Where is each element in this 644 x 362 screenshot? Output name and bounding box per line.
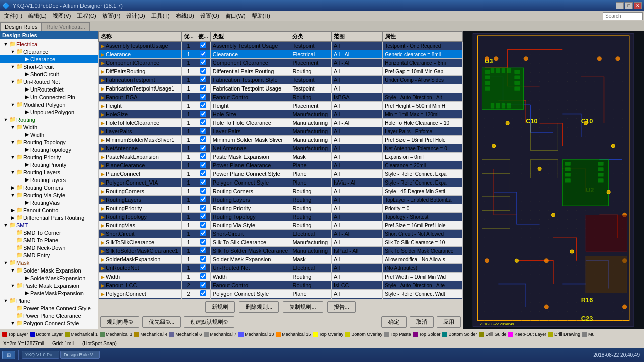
toggle-routing[interactable]: ▼: [2, 117, 9, 122]
tree-node-paste-mask[interactable]: ▼ 📁 Paste Mask Expansion: [0, 282, 98, 289]
tree-node-diff-pairs[interactable]: ▶ 📁 Differential Pairs Routing: [0, 214, 98, 221]
cell-enabled[interactable]: [196, 273, 210, 281]
table-row[interactable]: ▶AssemblyTestpointUsage 1 Assembly Testp…: [99, 42, 463, 50]
table-row[interactable]: ▶RoutingTopology 1 Routing Topology Rout…: [99, 213, 463, 221]
table-row[interactable]: ▶Width 1 Width Routing All Pref Width = …: [99, 273, 463, 281]
toggle-fanout[interactable]: ▶: [9, 208, 16, 213]
toggle-modpoly[interactable]: ▼: [9, 102, 16, 107]
tree-node-routing[interactable]: ▼ 📁 Routing: [0, 116, 98, 123]
layer-mech7[interactable]: Mechanical 7: [204, 332, 236, 337]
toggle-short[interactable]: ▼: [9, 64, 16, 69]
tree-node-unrouted[interactable]: ▼ 📁 Un-Routed Net: [0, 78, 98, 85]
toggle-rlayers[interactable]: ▼: [9, 170, 16, 175]
cell-enabled[interactable]: [196, 110, 210, 119]
cell-enabled[interactable]: [196, 264, 210, 273]
toggle-rtopo[interactable]: ▼: [9, 140, 16, 145]
table-row[interactable]: ▶PolygonConnect_VIA 1 Polygon Connect St…: [99, 178, 463, 187]
toggle-polyconnect[interactable]: ▼: [9, 321, 16, 326]
table-row[interactable]: ▶Height 1 Height Placement All Pref Heig…: [99, 102, 463, 110]
tree-node-unconnected[interactable]: ▶ Un-Connected Pin: [0, 93, 98, 101]
table-row[interactable]: ▶Clearance 1 Clearance Electrical All - …: [99, 50, 463, 59]
layer-mech6[interactable]: Mechanical 6: [169, 332, 202, 337]
tree-node-routing-topology-rule[interactable]: ▶ RoutingTopology: [0, 146, 98, 153]
tree-node-smd-neck[interactable]: 📁 SMD Neck-Down: [0, 244, 98, 251]
enabled-checkbox[interactable]: [200, 205, 206, 211]
tree-node-width[interactable]: ▼ 📁 Width: [0, 123, 98, 131]
app-maximize-btn[interactable]: □: [625, 2, 633, 9]
cell-enabled[interactable]: [196, 50, 210, 59]
priority-btn[interactable]: 优先级©...: [142, 316, 181, 328]
tree-node-fanout-control[interactable]: ▶ 📁 Fanout Control: [0, 206, 98, 214]
cell-enabled[interactable]: [196, 136, 210, 144]
cell-enabled[interactable]: [196, 93, 210, 102]
tree-node-routing-layers-rule[interactable]: ▶ RoutingLayers: [0, 176, 98, 184]
tree-node-clearance-rule[interactable]: ▶ Clearance: [0, 55, 98, 63]
tree-node-short-rule[interactable]: ▶ ShortCircuit: [0, 70, 98, 78]
enabled-checkbox[interactable]: [200, 136, 206, 142]
enabled-checkbox[interactable]: [200, 59, 206, 65]
enabled-checkbox[interactable]: [200, 170, 206, 176]
enabled-checkbox[interactable]: [200, 111, 206, 117]
layer-mech13[interactable]: Mechanical 13: [238, 332, 274, 337]
layer-drill-drawing[interactable]: Drill Drawing: [548, 332, 580, 337]
tree-node-modified-polygon[interactable]: ▼ 📁 Modified Polygon: [0, 101, 98, 108]
cell-enabled[interactable]: [196, 153, 210, 161]
enabled-checkbox[interactable]: [200, 102, 206, 108]
taskbar-app2[interactable]: Design Rule V...: [60, 351, 100, 359]
toggle-rcorners[interactable]: ▶: [9, 185, 16, 190]
toggle-smt[interactable]: ▼: [2, 223, 9, 228]
enabled-checkbox[interactable]: [200, 264, 206, 270]
tree-node-pastemask-rule[interactable]: ▶ PasteMaskExpansion: [0, 289, 98, 297]
enabled-checkbox[interactable]: [200, 76, 206, 82]
enabled-checkbox[interactable]: [200, 145, 206, 151]
report-btn[interactable]: 报告...: [327, 301, 356, 313]
tree-node-routing-layers[interactable]: ▼ 📁 Routing Layers: [0, 168, 98, 176]
tree-node-smd-plane[interactable]: 📁 SMD To Plane: [0, 236, 98, 244]
table-row[interactable]: ▶ShortCircuit 1 Short-Circuit Electrical…: [99, 230, 463, 238]
cell-enabled[interactable]: [196, 161, 210, 170]
enabled-checkbox[interactable]: [200, 94, 206, 100]
table-row[interactable]: ▶SolderMaskExpansion 1 Solder Mask Expan…: [99, 255, 463, 264]
table-row[interactable]: ▶NetAntennae 1 Net Antennae Manufacturin…: [99, 144, 463, 153]
toggle-plane[interactable]: ▼: [2, 298, 9, 303]
table-row[interactable]: ▶RoutingLayers 1 Routing Layers Routing …: [99, 196, 463, 204]
menu-design[interactable]: 设计(D): [123, 11, 148, 21]
enabled-checkbox[interactable]: [200, 179, 206, 185]
table-row[interactable]: ▶RoutingCorners 1 Routing Corners Routin…: [99, 187, 463, 196]
delete-rule-btn[interactable]: 删除规则...: [239, 301, 279, 313]
enabled-checkbox[interactable]: [200, 68, 206, 74]
search-input[interactable]: [603, 12, 643, 20]
enabled-checkbox[interactable]: [200, 162, 206, 168]
enabled-checkbox[interactable]: [200, 85, 206, 91]
cell-enabled[interactable]: [196, 127, 210, 136]
table-row[interactable]: ▶HoleSize 1 Hole Size Manufacturing All …: [99, 110, 463, 119]
layer-toppaste[interactable]: Top Paste: [384, 332, 411, 337]
tab-rule-verify[interactable]: Rule Verificati...: [42, 22, 89, 31]
table-row[interactable]: ▶MinimumSolderMaskSliver1 1 Minimum Sold…: [99, 136, 463, 144]
enabled-checkbox[interactable]: [200, 222, 206, 228]
tree-node-electrical[interactable]: ▼ 📁 Electrical: [0, 40, 98, 48]
app-close-btn[interactable]: ✕: [634, 2, 642, 9]
layer-keepout[interactable]: Keep-Out Layer: [508, 332, 546, 337]
tree-node-pp-connect[interactable]: 📁 Power Plane Connect Style: [0, 304, 98, 312]
cell-enabled[interactable]: [196, 247, 210, 255]
enabled-checkbox[interactable]: [200, 230, 206, 236]
copy-rule-btn[interactable]: 复制规则...: [283, 301, 323, 313]
cell-enabled[interactable]: [196, 238, 210, 247]
cell-enabled[interactable]: [196, 178, 210, 187]
table-row[interactable]: ▶PlaneConnect 1 Power Plane Connect Styl…: [99, 170, 463, 178]
tree-node-pp-clearance[interactable]: 📁 Power Plane Clearance: [0, 312, 98, 319]
create-default-btn[interactable]: 创建默认规则©: [184, 316, 234, 328]
table-row[interactable]: ▶SilkToSolderMaskClearance1 1 Silk To So…: [99, 247, 463, 255]
cell-enabled[interactable]: [196, 196, 210, 204]
tree-node-short-circuit[interactable]: ▼ 📁 Short-Circuit: [0, 63, 98, 70]
app-minimize-btn[interactable]: ─: [616, 2, 624, 9]
enabled-checkbox[interactable]: [200, 213, 206, 219]
layer-boverlay[interactable]: Bottom Overlay: [345, 332, 382, 337]
table-row[interactable]: ▶ComponentClearance 1 Component Clearanc…: [99, 59, 463, 67]
table-row[interactable]: ▶PasteMaskExpansion 1 Paste Mask Expansi…: [99, 153, 463, 161]
cell-enabled[interactable]: [196, 144, 210, 153]
toggle-width[interactable]: ▼: [9, 125, 16, 130]
enabled-checkbox[interactable]: [200, 247, 206, 253]
table-row[interactable]: ▶RoutingPriority 1 Routing Priority Rout…: [99, 204, 463, 213]
